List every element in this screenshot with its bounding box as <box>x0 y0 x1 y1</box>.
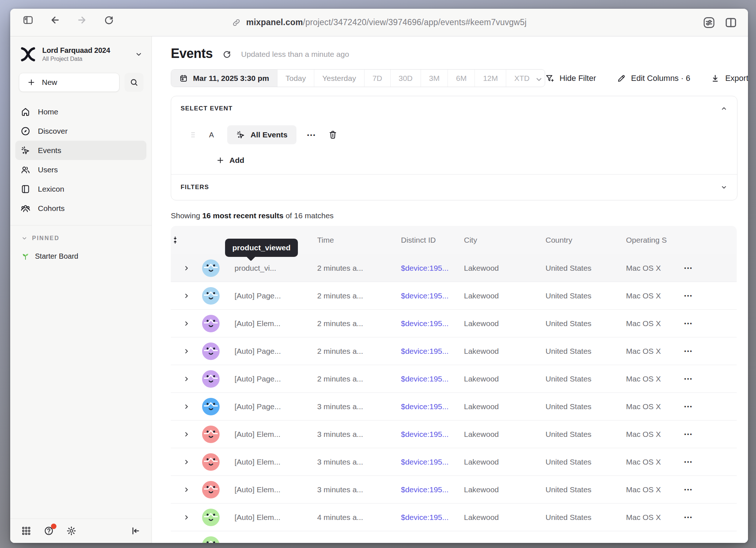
chevron-up-icon[interactable] <box>720 105 728 112</box>
table-row[interactable]: product_vi... 2 minutes a... $device:195… <box>171 254 737 282</box>
range-label: Yesterday <box>322 74 356 83</box>
pinned-section-header[interactable]: PINNED <box>10 226 151 242</box>
event-avatar <box>202 370 235 388</box>
event-avatar <box>202 509 235 526</box>
row-more-options-icon[interactable]: ••• <box>681 487 693 493</box>
sidebar-item-home[interactable]: Home <box>15 102 146 121</box>
cell-distinct-id-link[interactable]: $device:195... <box>401 485 464 494</box>
cell-distinct-id-link[interactable]: $device:195... <box>401 375 464 383</box>
column-header-distinct-id[interactable]: Distinct ID <box>401 236 464 244</box>
row-expand-icon[interactable] <box>171 348 202 355</box>
row-expand-icon[interactable] <box>171 514 202 521</box>
table-row[interactable]: [Auto] Page... 2 minutes a... $device:19… <box>171 365 737 392</box>
sidebar-item-discover[interactable]: Discover <box>15 121 146 141</box>
table-row[interactable]: [Auto] Elem... 3 minutes a... $device:19… <box>171 420 737 448</box>
row-expand-icon[interactable] <box>171 376 202 382</box>
table-row[interactable]: [Auto] Elem... 2 minutes a... $device:19… <box>171 309 737 337</box>
sidebar-item-starter-board[interactable]: Starter Board <box>10 242 151 261</box>
sidebar-toggle-icon[interactable] <box>23 15 39 31</box>
expand-all-icon[interactable] <box>171 236 202 244</box>
range-yesterday[interactable]: Yesterday <box>314 70 365 87</box>
row-expand-icon[interactable] <box>171 459 202 465</box>
download-icon <box>710 74 720 83</box>
row-more-options-icon[interactable]: ••• <box>681 293 693 299</box>
export-button[interactable]: Export <box>710 74 748 83</box>
range-6m[interactable]: 6M <box>448 70 475 87</box>
table-row[interactable] <box>171 531 737 543</box>
row-more-options-icon[interactable]: ••• <box>681 321 693 326</box>
hide-filter-button[interactable]: Hide Filter <box>545 74 596 83</box>
table-row[interactable]: [Auto] Elem... 3 minutes a... $device:19… <box>171 475 737 503</box>
new-button-label: New <box>42 78 57 87</box>
row-expand-icon[interactable] <box>171 431 202 438</box>
table-row[interactable]: [Auto] Page... 2 minutes a... $device:19… <box>171 337 737 365</box>
page-settings-icon[interactable] <box>703 16 715 29</box>
table-row[interactable]: [Auto] Page... 2 minutes a... $device:19… <box>171 282 737 309</box>
back-icon[interactable] <box>50 15 66 31</box>
cell-distinct-id-link[interactable]: $device:195... <box>401 347 464 356</box>
cell-distinct-id-link[interactable]: $device:195... <box>401 402 464 411</box>
row-more-options-icon[interactable]: ••• <box>681 376 693 382</box>
row-more-options-icon[interactable]: ••• <box>681 404 693 410</box>
gear-icon[interactable] <box>66 526 76 536</box>
table-row[interactable]: [Auto] Elem... 4 minutes a... $device:19… <box>171 503 737 531</box>
column-header-time[interactable]: Time <box>317 236 401 244</box>
range-12m[interactable]: 12M <box>475 70 506 87</box>
project-switcher[interactable]: Lord Farquaad 2024 All Project Data <box>10 36 151 65</box>
range-7d[interactable]: 7D <box>365 70 391 87</box>
event-selector-pill[interactable]: All Events <box>227 125 296 144</box>
cell-distinct-id-link[interactable]: $device:195... <box>401 458 464 466</box>
collapse-sidebar-icon[interactable] <box>130 526 141 536</box>
table-row[interactable]: [Auto] Page... 3 minutes a... $device:19… <box>171 392 737 420</box>
row-expand-icon[interactable] <box>171 403 202 410</box>
sidebar-item-events[interactable]: Events <box>15 141 146 160</box>
row-expand-icon[interactable] <box>171 293 202 299</box>
date-picker-button[interactable]: Mar 11, 2025 3:30 pm <box>171 70 277 87</box>
row-expand-icon[interactable] <box>171 265 202 271</box>
range-xtd[interactable]: XTD <box>506 70 545 87</box>
cell-distinct-id-link[interactable]: $device:195... <box>401 430 464 439</box>
cell-city: Lakewood <box>464 291 546 300</box>
sidebar-item-users[interactable]: Users <box>15 160 146 179</box>
trash-icon[interactable] <box>328 130 338 140</box>
row-more-options-icon[interactable]: ••• <box>681 265 693 271</box>
row-more-options-icon[interactable]: ••• <box>681 514 693 520</box>
row-more-options-icon[interactable]: ••• <box>681 431 693 437</box>
chevron-down-icon[interactable] <box>720 184 728 191</box>
range-today[interactable]: Today <box>277 70 314 87</box>
cell-distinct-id-link[interactable]: $device:195... <box>401 291 464 300</box>
help-icon[interactable] <box>44 526 54 536</box>
updated-status: Updated less than a minute ago <box>241 50 349 59</box>
cell-distinct-id-link[interactable]: $device:195... <box>401 513 464 522</box>
apps-grid-icon[interactable] <box>21 526 31 536</box>
split-view-icon[interactable] <box>725 16 737 29</box>
range-30d[interactable]: 30D <box>391 70 421 87</box>
column-header-os[interactable]: Operating S <box>626 236 681 244</box>
search-button[interactable] <box>125 73 143 92</box>
row-more-options-icon[interactable]: ••• <box>681 459 693 465</box>
new-button[interactable]: New <box>19 73 119 92</box>
row-more-options-icon[interactable]: ••• <box>681 348 693 354</box>
sidebar-item-lexicon[interactable]: Lexicon <box>15 179 146 199</box>
row-expand-icon[interactable] <box>171 486 202 493</box>
row-expand-icon[interactable] <box>171 320 202 327</box>
column-header-country[interactable]: Country <box>546 236 626 244</box>
pinned-item-label: Starter Board <box>35 252 78 261</box>
address-bar[interactable]: mixpanel.com/project/3472420/view/397469… <box>232 9 527 36</box>
range-3m[interactable]: 3M <box>421 70 448 87</box>
more-options-icon[interactable]: ••• <box>307 132 316 138</box>
cell-distinct-id-link[interactable]: $device:195... <box>401 264 464 273</box>
sidebar-item-cohorts[interactable]: Cohorts <box>15 199 146 218</box>
row-expand-icon[interactable] <box>171 542 202 543</box>
refresh-icon[interactable] <box>222 50 232 59</box>
edit-columns-button[interactable]: Edit Columns · 6 <box>617 74 690 83</box>
column-header-city[interactable]: City <box>464 236 546 244</box>
event-avatar <box>202 342 235 360</box>
cell-distinct-id-link[interactable]: $device:195... <box>401 319 464 328</box>
range-label: 3M <box>429 74 440 83</box>
forward-icon[interactable] <box>76 15 92 31</box>
add-event-button[interactable]: Add <box>216 156 728 165</box>
drag-handle-icon[interactable] <box>189 130 197 140</box>
table-row[interactable]: [Auto] Elem... 3 minutes a... $device:19… <box>171 448 737 475</box>
reload-icon[interactable] <box>103 15 119 31</box>
